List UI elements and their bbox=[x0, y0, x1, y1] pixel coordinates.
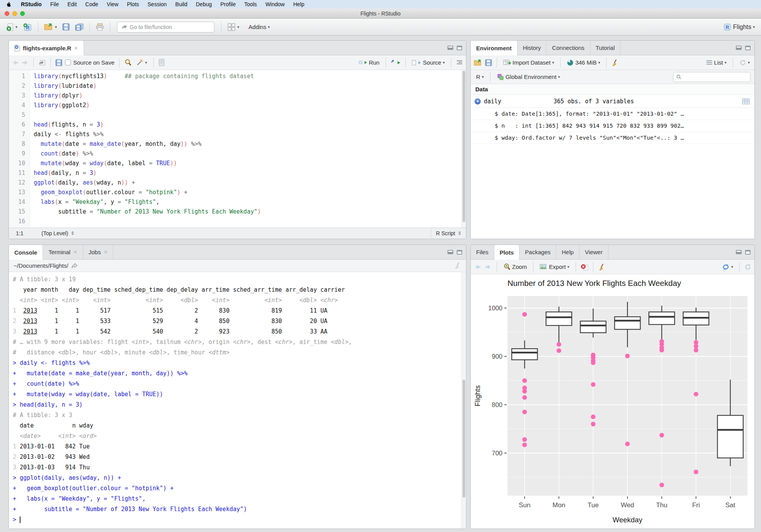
code-line[interactable] bbox=[34, 217, 461, 226]
tab-help[interactable]: Help bbox=[556, 245, 579, 259]
pane-layout-button[interactable]: ▾ bbox=[226, 22, 241, 33]
code-line[interactable]: library(lubridate) bbox=[34, 81, 461, 91]
publish-plot-button[interactable]: ▾ bbox=[720, 262, 735, 272]
console-cursor[interactable] bbox=[20, 517, 21, 523]
goto-file-search[interactable] bbox=[117, 22, 214, 33]
code-line[interactable]: daily <- flights %>% bbox=[34, 130, 461, 139]
refresh-plot-icon[interactable] bbox=[744, 263, 751, 270]
tab-history[interactable]: History bbox=[518, 41, 547, 55]
code-line[interactable] bbox=[34, 110, 461, 120]
code-line[interactable]: count(date) %>% bbox=[34, 149, 461, 159]
run-button[interactable]: Run bbox=[357, 58, 381, 67]
close-tab-icon[interactable]: ✕ bbox=[73, 249, 77, 255]
export-plot-button[interactable]: Export ▾ bbox=[538, 262, 571, 271]
code-line[interactable]: mutate(date = make_date(year, month, day… bbox=[34, 139, 461, 149]
environment-search-input[interactable] bbox=[684, 74, 746, 80]
code-line[interactable]: geom_boxplot(outlier.colour = "hotpink")… bbox=[34, 188, 461, 197]
save-source-icon[interactable] bbox=[55, 59, 62, 66]
minimize-window-button[interactable] bbox=[12, 11, 17, 16]
menu-item-help[interactable]: Help bbox=[289, 1, 309, 7]
env-object-row-daily[interactable]: ▼ daily 365 obs. of 3 variables bbox=[471, 95, 754, 108]
tab-jobs[interactable]: Jobs✕ bbox=[83, 245, 114, 259]
project-selector[interactable]: R Flights ▾ bbox=[722, 22, 756, 33]
source-on-save-checkbox[interactable] bbox=[65, 60, 71, 65]
tab-packages[interactable]: Packages bbox=[519, 245, 556, 259]
maximize-pane-icon[interactable] bbox=[745, 46, 751, 50]
source-button[interactable]: Source ▾ bbox=[410, 58, 446, 67]
print-button[interactable] bbox=[94, 22, 106, 32]
source-on-save-toggle[interactable]: Source on Save bbox=[65, 59, 115, 66]
tab-flights-example[interactable]: R flights-example.R ✕ bbox=[9, 41, 84, 55]
clear-plots-broom-icon[interactable] bbox=[598, 263, 606, 271]
code-line[interactable]: head(daily, n = 3) bbox=[34, 168, 461, 178]
editor-scrollbar[interactable] bbox=[461, 70, 466, 228]
code-line[interactable]: labs(x = "Weekday", y = "Flights", bbox=[34, 197, 461, 207]
window-title-bar[interactable]: Flights - RStudio bbox=[0, 9, 761, 19]
minimize-pane-icon[interactable] bbox=[447, 250, 453, 254]
menu-item-plots[interactable]: Plots bbox=[123, 1, 143, 7]
menu-item-debug[interactable]: Debug bbox=[192, 1, 216, 7]
addins-button[interactable]: Addins ▾ bbox=[247, 22, 271, 31]
console-output[interactable]: # A tibble: 3 x 19 year month day dep_ti… bbox=[9, 272, 461, 529]
zoom-plot-button[interactable]: Zoom bbox=[502, 262, 528, 272]
maximize-pane-icon[interactable] bbox=[457, 250, 462, 255]
menu-item-session[interactable]: Session bbox=[143, 1, 171, 7]
tab-plots[interactable]: Plots bbox=[494, 245, 520, 260]
minimize-pane-icon[interactable] bbox=[736, 46, 742, 50]
tab-viewer[interactable]: Viewer bbox=[579, 245, 608, 259]
close-window-button[interactable] bbox=[5, 11, 9, 16]
code-line[interactable]: ggplot(daily, aes(wday, n)) + bbox=[34, 178, 461, 188]
memory-usage-button[interactable]: 346 MiB ▾ bbox=[565, 58, 602, 67]
open-file-button[interactable]: ▾ bbox=[43, 22, 58, 32]
find-replace-icon[interactable] bbox=[124, 59, 132, 66]
compile-report-icon[interactable] bbox=[158, 59, 165, 66]
apple-menu-icon[interactable] bbox=[6, 2, 11, 7]
environment-search[interactable] bbox=[673, 72, 751, 82]
clear-environment-broom-icon[interactable] bbox=[611, 59, 619, 67]
code-tools-button[interactable]: ▾ bbox=[134, 58, 149, 68]
menu-item-build[interactable]: Build bbox=[171, 1, 192, 7]
previous-plot-icon[interactable] bbox=[474, 264, 482, 270]
remove-plot-icon[interactable] bbox=[581, 263, 588, 271]
document-outline-icon[interactable] bbox=[456, 60, 463, 65]
code-line[interactable]: library(nycflights13) ## package contain… bbox=[34, 72, 461, 81]
tab-terminal[interactable]: Terminal✕ bbox=[43, 245, 83, 259]
new-project-button[interactable]: R bbox=[21, 21, 34, 33]
menu-item-view[interactable]: View bbox=[103, 1, 123, 7]
code-line[interactable]: subtitle = "Number of 2013 New York Flig… bbox=[34, 207, 461, 217]
import-dataset-button[interactable]: Import Dataset ▾ bbox=[502, 58, 555, 67]
code-line[interactable]: library(dplyr) bbox=[34, 91, 461, 101]
code-editor[interactable]: 12345678910111213141516 library(nycfligh… bbox=[9, 70, 466, 228]
save-button[interactable] bbox=[61, 22, 71, 32]
tab-connections[interactable]: Connections bbox=[547, 41, 590, 55]
maximize-pane-icon[interactable] bbox=[457, 46, 462, 50]
console-scrollbar[interactable] bbox=[461, 272, 466, 529]
code-line[interactable]: library(ggplot2) bbox=[34, 101, 461, 110]
tab-tutorial[interactable]: Tutorial bbox=[590, 41, 620, 55]
show-in-new-window-icon[interactable] bbox=[38, 59, 46, 66]
maximize-pane-icon[interactable] bbox=[745, 250, 751, 255]
save-all-button[interactable] bbox=[74, 22, 85, 32]
code-line[interactable]: mutate(wday = wday(date, label = TRUE)) bbox=[34, 159, 461, 168]
menu-item-code[interactable]: Code bbox=[81, 1, 102, 7]
menu-item-edit[interactable]: Edit bbox=[63, 1, 81, 7]
clear-console-broom-icon[interactable] bbox=[454, 262, 461, 269]
tab-console[interactable]: Console bbox=[9, 245, 43, 260]
goto-file-input[interactable] bbox=[130, 24, 199, 30]
back-icon[interactable] bbox=[12, 60, 19, 66]
code-line[interactable]: head(flights, n = 3) bbox=[34, 120, 461, 130]
rerun-icon[interactable] bbox=[391, 60, 401, 66]
language-selector[interactable]: R ▾ bbox=[475, 72, 485, 81]
line-number-gutter[interactable]: 12345678910111213141516 bbox=[9, 70, 31, 228]
minimize-pane-icon[interactable] bbox=[736, 250, 742, 254]
display-mode-button[interactable]: List ▾ bbox=[704, 58, 728, 67]
close-tab-icon[interactable]: ✕ bbox=[74, 45, 78, 51]
minimize-pane-icon[interactable] bbox=[447, 46, 453, 50]
goto-directory-icon[interactable] bbox=[71, 263, 77, 269]
tab-files[interactable]: Files bbox=[471, 245, 494, 259]
view-table-icon[interactable] bbox=[742, 98, 750, 105]
doc-type-selector[interactable]: R Script⇕ bbox=[431, 228, 466, 239]
tab-environment[interactable]: Environment bbox=[471, 41, 518, 55]
new-file-button[interactable]: ▾ bbox=[5, 22, 19, 33]
menu-item-window[interactable]: Window bbox=[261, 1, 289, 7]
